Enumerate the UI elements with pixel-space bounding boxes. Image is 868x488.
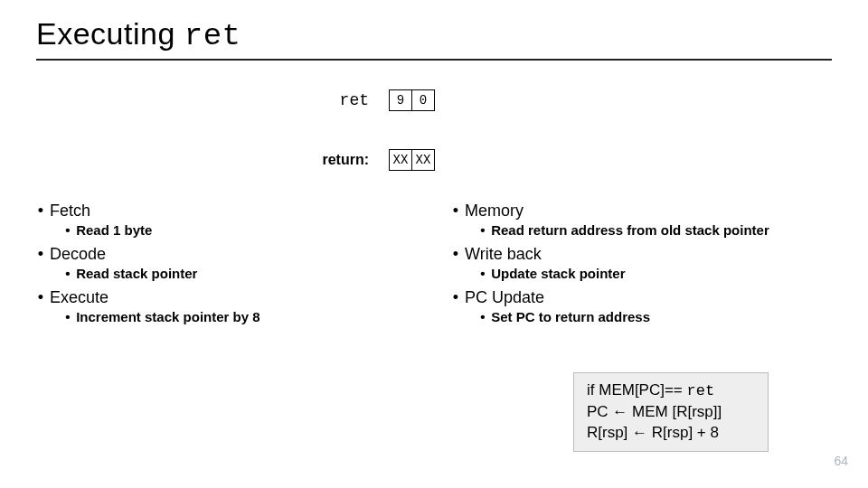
stage-label: PC Update	[465, 288, 544, 306]
byte-cells-ret: 9 0	[389, 89, 435, 111]
stage-fetch-item: • Read 1 byte	[63, 222, 417, 238]
bullet-icon: •	[478, 266, 487, 281]
bullet-icon: •	[36, 288, 45, 307]
stage-execute: • Execute	[36, 288, 417, 307]
pseudocode-line-1: if MEM[PC]== ret	[587, 380, 755, 402]
stage-pcupdate: • PC Update	[451, 288, 832, 307]
slide-title: Executing ret	[36, 16, 832, 53]
byte-cell: 0	[411, 89, 435, 111]
pseudocode-box: if MEM[PC]== ret PC ← MEM [R[rsp]] R[rsp…	[573, 372, 769, 452]
pseudocode-text: if MEM[PC]==	[587, 381, 687, 399]
title-divider	[36, 59, 832, 61]
stage-item-text: Increment stack pointer by 8	[76, 309, 259, 324]
right-column: • Memory • Read return address from old …	[451, 194, 832, 330]
left-column: • Fetch • Read 1 byte • Decode • Read st…	[36, 194, 417, 330]
stage-writeback-item: • Update stack pointer	[478, 266, 832, 281]
stage-label: Write back	[465, 245, 542, 263]
encoding-label-return: return:	[36, 152, 389, 168]
stage-fetch: • Fetch	[36, 202, 417, 221]
encoding-row-return: return: XX XX	[36, 149, 832, 171]
slide: Executing ret ret 9 0 return: XX XX • Fe…	[0, 0, 868, 488]
page-number: 64	[834, 454, 848, 468]
bullet-icon: •	[478, 309, 487, 324]
byte-cell: 9	[389, 89, 412, 111]
stage-label: Decode	[50, 245, 106, 263]
bullet-icon: •	[36, 245, 45, 264]
stage-memory-item: • Read return address from old stack poi…	[478, 222, 832, 238]
bullet-icon: •	[451, 245, 460, 264]
bullet-icon: •	[63, 309, 72, 324]
byte-cell: XX	[389, 149, 412, 171]
bullet-icon: •	[451, 288, 460, 307]
title-mono: ret	[184, 19, 241, 53]
stage-execute-item: • Increment stack pointer by 8	[63, 309, 417, 324]
stage-decode-item: • Read stack pointer	[63, 266, 417, 281]
pseudocode-mono: ret	[687, 382, 715, 399]
stage-label: Execute	[50, 288, 108, 306]
stage-item-text: Read 1 byte	[76, 222, 152, 238]
encoding-row-ret: ret 9 0	[36, 89, 832, 111]
stage-item-text: Read stack pointer	[76, 266, 197, 281]
byte-cell: XX	[411, 149, 435, 171]
stage-item-text: Update stack pointer	[491, 266, 625, 281]
bullet-icon: •	[478, 222, 487, 238]
pseudocode-line-3: R[rsp] ← R[rsp] + 8	[587, 423, 755, 444]
stage-pcupdate-item: • Set PC to return address	[478, 309, 832, 324]
stage-label: Fetch	[50, 202, 90, 220]
stage-memory: • Memory	[451, 202, 832, 221]
bullet-icon: •	[36, 202, 45, 221]
stage-label: Memory	[465, 202, 524, 220]
encoding-label-ret: ret	[36, 91, 389, 109]
stage-item-text: Set PC to return address	[491, 309, 650, 324]
byte-cells-return: XX XX	[389, 149, 435, 171]
stage-decode: • Decode	[36, 245, 417, 264]
bullet-icon: •	[63, 266, 72, 281]
stage-item-text: Read return address from old stack point…	[491, 222, 769, 238]
columns: • Fetch • Read 1 byte • Decode • Read st…	[36, 194, 832, 330]
stage-writeback: • Write back	[451, 245, 832, 264]
title-prefix: Executing	[36, 16, 184, 51]
pseudocode-line-2: PC ← MEM [R[rsp]]	[587, 402, 755, 423]
bullet-icon: •	[451, 202, 460, 221]
bullet-icon: •	[63, 222, 72, 238]
